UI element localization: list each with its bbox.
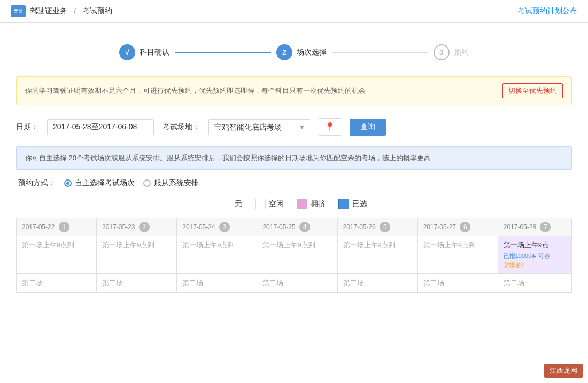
svg-rect-1 [14, 9, 18, 10]
exam-plan-link[interactable]: 考试预约计划公布 [517, 6, 577, 15]
cell-0-5[interactable]: 第一场上午9点到 [417, 236, 498, 274]
priority-booking-button[interactable]: 切换至优先预约 [502, 83, 563, 98]
step-1-label: 科目确认 [140, 48, 169, 57]
step-2-circle: 2 [276, 44, 292, 60]
cell-rank-0-6: 您排名1 [504, 261, 566, 269]
cell-text-0-3: 第一场上午9点到 [262, 241, 315, 249]
cell-text-1-3: 第二场 [262, 279, 283, 287]
cell-text-0-5: 第一场上午9点到 [423, 241, 476, 249]
cell-text-0-4: 第一场上午9点到 [343, 241, 396, 249]
step-3-symbol: 3 [439, 48, 444, 57]
legend-empty: 无 [221, 199, 242, 209]
step-line-1 [175, 52, 271, 53]
date-num-0: 1 [59, 222, 69, 232]
nav-current-label: 考试预约 [82, 6, 112, 16]
svg-rect-4 [19, 9, 22, 13]
date-text-0: 2017-05-22 [22, 223, 55, 231]
step-3-circle: 3 [434, 44, 450, 60]
calendar-row-1: 第二场 第二场 第二场 第二场 第二场 第二场 第二场 [17, 274, 572, 293]
svg-rect-2 [14, 10, 18, 11]
date-header-6: 2017-05-28 7 [498, 218, 571, 236]
location-select-wrap: 宝鸡智能化底店考场 其他考场 ▼ [208, 119, 310, 135]
step-1-circle: √ [119, 44, 135, 60]
query-button[interactable]: 查询 [350, 119, 386, 136]
date-header-2: 2017-05-24 3 [177, 218, 257, 236]
date-header-4: 2017-05-26 5 [337, 218, 417, 236]
legend-selected-label: 已选 [352, 199, 367, 209]
cell-1-2[interactable]: 第二场 [177, 274, 257, 293]
date-num-2: 3 [219, 222, 230, 232]
step-3-label: 预约 [454, 48, 469, 57]
cell-text-1-6: 第二场 [504, 279, 524, 287]
date-text-2: 2017-05-24 [182, 223, 215, 231]
step-3: 3 预约 [434, 44, 469, 60]
legend-free-box [255, 199, 266, 209]
license-icon [11, 5, 26, 17]
radio-self[interactable]: 自主选择考试场次 [64, 178, 135, 188]
info-box: 你可自主选择 20个考试场次或服从系统安排。服从系统安排后，我们会按照你选择的日… [16, 146, 572, 170]
cell-detail-0-6: 已报100004/ 可容 [504, 252, 566, 260]
calendar-table: 2017-05-22 1 2017-05-23 2 2017-05-24 3 2… [16, 218, 572, 293]
date-num-3: 4 [299, 222, 310, 232]
calendar-header-row: 2017-05-22 1 2017-05-23 2 2017-05-24 3 2… [17, 218, 572, 236]
date-header-5: 2017-05-27 6 [417, 218, 498, 236]
page-header: 驾驶证业务 / 考试预约 考试预约计划公布 [0, 0, 588, 23]
date-num-4: 5 [380, 222, 390, 232]
cell-text-0-6: 第一场上午9点 [504, 241, 549, 249]
cell-0-2[interactable]: 第一场上午9点到 [177, 236, 257, 274]
cell-0-0[interactable]: 第一场上午9点到 [17, 236, 97, 274]
legend-empty-label: 无 [235, 199, 242, 209]
cell-text-1-4: 第二场 [343, 279, 364, 287]
booking-method-label: 预约方式： [18, 178, 56, 188]
cell-0-3[interactable]: 第一场上午9点到 [257, 236, 337, 274]
cell-1-4[interactable]: 第二场 [337, 274, 417, 293]
date-text-3: 2017-05-25 [262, 223, 295, 231]
date-num-6: 7 [540, 222, 551, 232]
legend: 无 空闲 拥挤 已选 [16, 199, 572, 209]
step-2-symbol: 2 [282, 48, 287, 57]
cell-0-1[interactable]: 第一场上午9点到 [97, 236, 177, 274]
location-label: 考试场地： [163, 122, 200, 132]
cell-text-0-0: 第一场上午9点到 [22, 241, 74, 249]
step-2-label: 场次选择 [297, 48, 327, 57]
legend-crowded: 拥挤 [297, 199, 326, 209]
date-text-4: 2017-05-26 [343, 223, 376, 231]
radio-self-circle [64, 179, 72, 187]
radio-system-circle [143, 179, 151, 187]
filter-row: 日期： 考试场地： 宝鸡智能化底店考场 其他考场 ▼ 📍 查询 [16, 118, 572, 136]
calendar-row-0: 第一场上午9点到 第一场上午9点到 第一场上午9点到 第一场上午9点到 第一场上… [17, 236, 572, 274]
cell-1-1[interactable]: 第二场 [97, 274, 177, 293]
radio-system[interactable]: 服从系统安排 [143, 178, 199, 188]
cell-text-0-1: 第一场上午9点到 [102, 241, 154, 249]
date-input[interactable] [47, 119, 154, 135]
info-text: 你可自主选择 20个考试场次或服从系统安排。服从系统安排后，我们会按照你选择的日… [25, 154, 431, 162]
location-select[interactable]: 宝鸡智能化底店考场 其他考场 [209, 120, 295, 135]
cell-1-0[interactable]: 第二场 [17, 274, 97, 293]
legend-crowded-label: 拥挤 [311, 199, 326, 209]
legend-free-label: 空闲 [269, 199, 284, 209]
date-num-1: 2 [139, 222, 150, 232]
cell-text-1-2: 第二场 [182, 279, 203, 287]
legend-selected-box [338, 199, 349, 209]
radio-self-label: 自主选择考试场次 [75, 178, 135, 188]
steps-container: √ 科目确认 2 场次选择 3 预约 [16, 44, 572, 60]
cell-text-0-2: 第一场上午9点到 [182, 241, 235, 249]
cell-text-1-1: 第二场 [102, 279, 123, 287]
cell-0-6[interactable]: 第一场上午9点 已报100004/ 可容 您排名1 [498, 236, 571, 274]
location-pin-button[interactable]: 📍 [319, 118, 341, 136]
step-2: 2 场次选择 [276, 44, 327, 60]
date-text-6: 2017-05-28 [504, 223, 536, 231]
alert-banner: 你的学习驾驶证明有效期不足六个月，可进行优先预约，优先预约即选即得，每个科目只有… [16, 76, 572, 105]
radio-system-label: 服从系统安排 [154, 178, 199, 188]
select-arrow-icon: ▼ [295, 120, 310, 134]
cell-1-6[interactable]: 第二场 [498, 274, 571, 293]
cell-1-3[interactable]: 第二场 [257, 274, 337, 293]
date-text-5: 2017-05-27 [423, 223, 456, 231]
nav-home-label[interactable]: 驾驶证业务 [30, 6, 67, 16]
cell-1-5[interactable]: 第二场 [417, 274, 498, 293]
svg-rect-3 [14, 12, 17, 13]
step-line-2 [332, 52, 428, 53]
breadcrumb: 驾驶证业务 / 考试预约 [11, 5, 112, 17]
date-num-5: 6 [460, 222, 470, 232]
cell-0-4[interactable]: 第一场上午9点到 [337, 236, 417, 274]
